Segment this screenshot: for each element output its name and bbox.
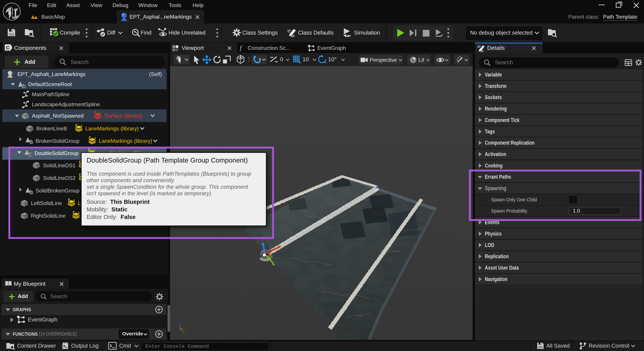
svg-text:Y: Y bbox=[183, 331, 184, 334]
svg-text:C: C bbox=[30, 141, 32, 144]
svg-text:Z: Z bbox=[179, 324, 180, 326]
svg-text:X: X bbox=[184, 327, 186, 329]
svg-text:C: C bbox=[23, 85, 24, 88]
svg-text:C: C bbox=[6, 45, 10, 50]
